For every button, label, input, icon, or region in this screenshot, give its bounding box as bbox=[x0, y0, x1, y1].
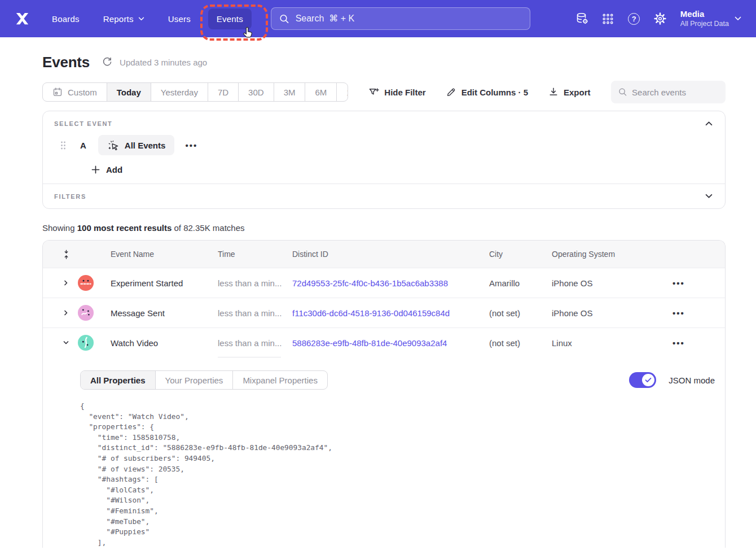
date-option-12m[interactable]: 12M bbox=[337, 83, 348, 101]
event-avatar bbox=[78, 275, 94, 291]
event-avatar bbox=[78, 305, 94, 321]
collapse-row-icon[interactable] bbox=[60, 337, 72, 348]
date-option-7d[interactable]: 7D bbox=[208, 83, 239, 101]
row-more-button[interactable]: ••• bbox=[662, 338, 685, 348]
export-button[interactable]: Export bbox=[548, 87, 591, 97]
date-option-custom[interactable]: Custom bbox=[43, 83, 107, 101]
sparkle-cursor-icon bbox=[107, 139, 119, 151]
apps-grid-icon[interactable] bbox=[598, 8, 618, 29]
col-header-os: Operating System bbox=[552, 250, 662, 259]
project-scope: All Project Data bbox=[680, 19, 729, 29]
cell-distinct-id-link[interactable]: f11c30d6-dc6d-4518-9136-0d046159c84d bbox=[292, 308, 489, 318]
search-events-input[interactable] bbox=[632, 88, 718, 97]
cell-distinct-id-link[interactable]: 72d49553-25fc-4f0c-b436-1b5ac6ab3388 bbox=[292, 278, 489, 288]
global-search-input[interactable] bbox=[296, 14, 522, 24]
select-event-section: SELECT EVENT A bbox=[43, 111, 725, 184]
event-json-view: { "event": "Watch Video", "properties": … bbox=[80, 401, 725, 548]
date-option-3m[interactable]: 3M bbox=[274, 83, 306, 101]
date-option-label: 6M bbox=[315, 88, 327, 97]
pencil-icon bbox=[446, 87, 456, 97]
updated-timestamp: Updated 3 minutes ago bbox=[120, 58, 207, 67]
plus-icon bbox=[91, 165, 100, 174]
properties-tabs: All Properties Your Properties Mixpanel … bbox=[80, 370, 328, 390]
chevron-down-icon bbox=[735, 16, 741, 21]
data-management-icon[interactable] bbox=[572, 8, 592, 29]
date-option-label: Yesterday bbox=[161, 88, 198, 97]
mixpanel-logo-icon[interactable] bbox=[15, 11, 30, 27]
collapse-all-rows-icon[interactable] bbox=[63, 249, 70, 260]
tab-mixpanel-properties[interactable]: Mixpanel Properties bbox=[233, 371, 327, 389]
cell-os: Linux bbox=[552, 338, 662, 348]
cell-event-name: Experiment Started bbox=[111, 278, 218, 288]
json-mode-toggle[interactable] bbox=[629, 372, 656, 388]
calendar-icon bbox=[52, 87, 63, 97]
date-option-today[interactable]: Today bbox=[107, 83, 151, 101]
event-selector-pill[interactable]: All Events bbox=[98, 135, 175, 155]
export-label: Export bbox=[564, 88, 591, 97]
cell-distinct-id-link[interactable]: 5886283e-e9fb-48fb-81de-40e9093a2af4 bbox=[292, 338, 489, 348]
help-icon[interactable]: ? bbox=[624, 8, 644, 29]
project-selector[interactable]: Media All Project Data bbox=[680, 8, 741, 29]
refresh-icon[interactable] bbox=[102, 57, 112, 67]
nav-events-wrap: Events bbox=[208, 8, 252, 29]
tab-all-properties[interactable]: All Properties bbox=[81, 371, 156, 389]
date-option-6m[interactable]: 6M bbox=[305, 83, 337, 101]
tab-your-properties[interactable]: Your Properties bbox=[156, 371, 234, 389]
search-icon bbox=[279, 14, 289, 24]
drag-handle-icon[interactable] bbox=[60, 141, 67, 150]
row-more-button[interactable]: ••• bbox=[662, 278, 685, 288]
edit-columns-button[interactable]: Edit Columns · 5 bbox=[446, 87, 528, 97]
row-more-button[interactable]: ••• bbox=[662, 308, 685, 318]
toggle-knob bbox=[642, 374, 654, 386]
events-table: Event Name Time Distinct ID City Operati… bbox=[42, 240, 726, 548]
cell-os: iPhone OS bbox=[552, 308, 662, 318]
search-events-field[interactable] bbox=[611, 81, 726, 103]
main-content: Events Updated 3 minutes ago Custom Toda… bbox=[0, 53, 756, 548]
event-query-row: A All Events ••• bbox=[54, 135, 714, 155]
event-avatar bbox=[78, 335, 94, 351]
cell-os: iPhone OS bbox=[552, 278, 662, 288]
expand-row-icon[interactable] bbox=[60, 307, 72, 318]
nav-item-boards[interactable]: Boards bbox=[43, 8, 88, 29]
json-mode-group: JSON mode bbox=[629, 372, 715, 388]
project-name: Media bbox=[680, 8, 729, 19]
filter-funnel-icon bbox=[368, 87, 379, 98]
event-pill-label: All Events bbox=[125, 141, 166, 150]
global-search[interactable] bbox=[271, 7, 530, 30]
query-builder-panel: SELECT EVENT A bbox=[42, 111, 726, 209]
date-option-label: 12M bbox=[346, 88, 348, 97]
results-highlight: 100 most recent results bbox=[77, 223, 172, 233]
expand-section-icon[interactable] bbox=[704, 193, 714, 200]
cell-time: less than a min... bbox=[218, 328, 292, 357]
results-summary: Showing 100 most recent results of 82.35… bbox=[42, 223, 726, 233]
cell-event-name: Watch Video bbox=[111, 338, 218, 348]
hand-cursor-icon bbox=[241, 26, 254, 40]
nav-item-label: Events bbox=[217, 14, 243, 24]
expand-row-icon[interactable] bbox=[60, 277, 72, 289]
cell-event-name: Message Sent bbox=[111, 308, 218, 318]
title-row: Events Updated 3 minutes ago bbox=[42, 53, 726, 72]
tab-label: Your Properties bbox=[165, 376, 223, 385]
top-nav: Boards Reports Users Events bbox=[0, 0, 756, 37]
date-option-label: Custom bbox=[68, 88, 97, 97]
date-option-label: 3M bbox=[284, 88, 296, 97]
nav-item-users[interactable]: Users bbox=[160, 8, 199, 29]
filters-section: FILTERS bbox=[43, 184, 725, 208]
date-option-yesterday[interactable]: Yesterday bbox=[151, 83, 208, 101]
table-row[interactable]: Message Sent less than a min... f11c30d6… bbox=[43, 298, 725, 328]
cell-city: Amarillo bbox=[489, 278, 552, 288]
col-header-city: City bbox=[489, 250, 552, 259]
table-row-expanded[interactable]: Watch Video less than a min... 5886283e-… bbox=[43, 328, 725, 357]
table-row[interactable]: Experiment Started less than a min... 72… bbox=[43, 268, 725, 298]
event-more-button[interactable]: ••• bbox=[185, 141, 197, 150]
add-event-button[interactable]: Add bbox=[91, 165, 714, 174]
download-icon bbox=[548, 87, 559, 97]
date-option-30d[interactable]: 30D bbox=[239, 83, 274, 101]
controls-row: Custom Today Yesterday 7D 30D 3M 6M 12M … bbox=[42, 81, 726, 103]
settings-gear-icon[interactable] bbox=[650, 8, 670, 29]
hide-filter-button[interactable]: Hide Filter bbox=[368, 87, 425, 98]
collapse-section-icon[interactable] bbox=[704, 120, 714, 127]
chevron-down-icon bbox=[138, 17, 144, 21]
page-title: Events bbox=[42, 54, 90, 71]
nav-item-reports[interactable]: Reports bbox=[95, 8, 153, 29]
